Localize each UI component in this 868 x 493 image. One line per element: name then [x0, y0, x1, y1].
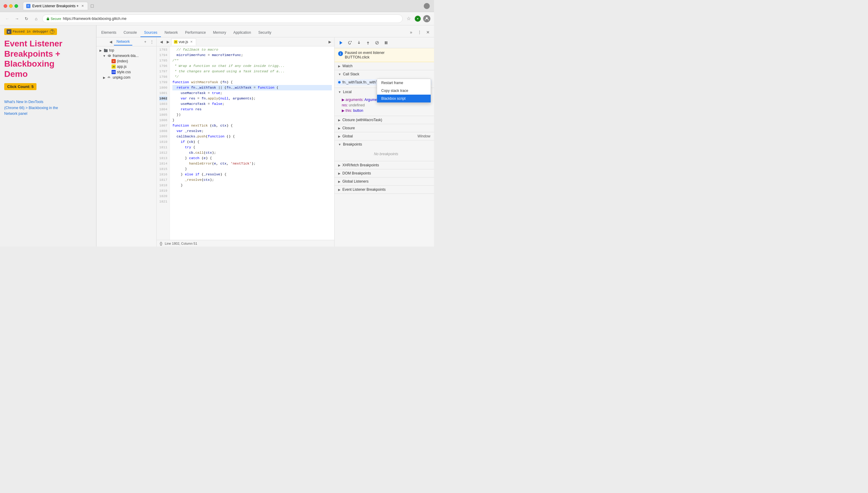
tab-memory[interactable]: Memory: [210, 29, 230, 37]
refresh-btn[interactable]: ↻: [23, 15, 30, 22]
forward-btn[interactable]: →: [13, 15, 21, 22]
file-tree-panel: ◀ Network + ⋮ ▶ top ▼ f: [96, 37, 157, 246]
tab-console[interactable]: Console: [120, 29, 140, 37]
addressbar: ← → ↻ ⌂ Secure https://framework-blackbo…: [0, 12, 434, 25]
breakpoints-arrow: ▼: [338, 143, 341, 146]
tab-performance[interactable]: Performance: [181, 29, 210, 37]
xhr-breakpoints-header[interactable]: ▶ XHR/fetch Breakpoints: [334, 161, 434, 169]
traffic-lights: [4, 4, 18, 8]
resume-btn[interactable]: [337, 39, 345, 47]
devtools-close-btn[interactable]: ✕: [425, 29, 432, 36]
resume-page-btn[interactable]: ▶: [7, 29, 12, 34]
breakpoints-content: No breakpoints: [334, 148, 434, 161]
page-link-2[interactable]: (Chrome 66) > Blackboxing in the: [4, 105, 92, 111]
global-listeners-arrow: ▶: [338, 180, 341, 183]
code-line-1816: } catch (e) {: [172, 155, 332, 161]
scope-res[interactable]: res: undefined: [342, 103, 430, 108]
vuejs-tab-icon: JS: [174, 40, 177, 44]
paused-info: Paused on event listener BUTTON.click: [345, 51, 385, 59]
code-editor: 1793179417951796 1797179817991800 180118…: [157, 46, 334, 240]
event-listener-header[interactable]: ▶ Event Listener Breakpoints: [334, 186, 434, 193]
tab-network[interactable]: Network: [161, 29, 181, 37]
global-header[interactable]: ▶ Global Window: [334, 132, 434, 140]
code-line-1813: if (cb) {: [172, 139, 332, 145]
step-into-btn[interactable]: [355, 39, 363, 47]
pause-on-exception-btn[interactable]: [382, 39, 390, 47]
tree-item-stylecss[interactable]: ▶ CSS style.css: [96, 69, 156, 75]
run-snippet-btn[interactable]: ▶: [326, 39, 333, 45]
tree-item-top[interactable]: ▶ top: [96, 48, 156, 53]
code-navigate-fwd-btn[interactable]: ▶: [165, 39, 171, 45]
code-statusbar: {} Line 1802, Column 51: [157, 240, 334, 246]
code-tab-vuejs[interactable]: JS vue.js ✕: [171, 38, 196, 45]
panel-add-btn[interactable]: +: [142, 39, 149, 45]
code-line-1815: cb.call(ctx);: [172, 150, 332, 155]
context-menu-restart-frame[interactable]: Restart frame: [377, 79, 431, 87]
profile-icon[interactable]: [424, 3, 430, 9]
devtools-tab-actions: » ⋮ ✕: [408, 29, 434, 37]
context-menu-copy-stack-trace[interactable]: Copy stack trace: [377, 87, 431, 94]
tab-close-btn[interactable]: ✕: [81, 4, 85, 8]
tab-sources[interactable]: Sources: [140, 29, 161, 37]
devtools-more-btn[interactable]: ⋮: [416, 29, 423, 36]
closure-with-header[interactable]: ▶ Closure (withMacroTask): [334, 116, 434, 124]
js-file-icon-app: JS: [111, 64, 116, 69]
cloud-folder-icon-unpkg: [107, 75, 111, 80]
tree-item-unpkg[interactable]: ▶ unpkg.com: [96, 75, 156, 80]
tab-application[interactable]: Application: [230, 29, 255, 37]
bookmark-btn[interactable]: ☆: [405, 15, 412, 22]
home-btn[interactable]: ⌂: [32, 15, 40, 22]
tree-item-appjs[interactable]: ▶ JS app.js: [96, 64, 156, 69]
dom-breakpoints-header[interactable]: ▶ DOM Breakpoints: [334, 169, 434, 177]
minimize-window-btn[interactable]: [9, 4, 13, 8]
code-line-1802: return fn._withTask || (fn._withTask = f…: [172, 85, 332, 90]
maximize-window-btn[interactable]: [15, 4, 18, 8]
step-out-btn[interactable]: [364, 39, 372, 47]
global-listeners-header[interactable]: ▶ Global Listeners: [334, 177, 434, 185]
code-tab-close-btn[interactable]: ✕: [189, 40, 194, 44]
address-field[interactable]: Secure https://framework-blackboxing.gli…: [42, 15, 403, 23]
svg-rect-10: [385, 41, 386, 44]
code-line-1820: _resolve(ctx);: [172, 177, 332, 183]
closure-header[interactable]: ▶ Closure: [334, 124, 434, 132]
tree-label-index: (index): [117, 59, 128, 63]
code-navigate-back-btn[interactable]: ◀: [158, 39, 165, 45]
active-browser-tab[interactable]: E Event Listener Breakpoints + ✕: [23, 2, 88, 10]
tree-item-framework[interactable]: ▼ framework-bla...: [96, 53, 156, 59]
breakpoints-header[interactable]: ▼ Breakpoints: [334, 141, 434, 148]
new-tab-btn[interactable]: □: [89, 2, 96, 9]
global-listeners-section: ▶ Global Listeners: [334, 177, 434, 186]
panel-prev-btn[interactable]: ◀: [107, 39, 114, 45]
code-line-1800: */: [172, 74, 332, 80]
close-window-btn[interactable]: [4, 4, 7, 8]
page-link-1[interactable]: What's New In DevTools: [4, 99, 92, 105]
devtools-panel: Elements Console Sources Network Perform…: [96, 25, 434, 246]
code-line-1806: return res: [172, 107, 332, 112]
tab-favicon: E: [26, 4, 30, 8]
info-icon: i: [338, 51, 343, 56]
closure-with-arrow: ▶: [338, 119, 341, 122]
xhr-breakpoints-section: ▶ XHR/fetch Breakpoints: [334, 161, 434, 169]
watch-section-header[interactable]: ▶ Watch: [334, 62, 434, 70]
more-tabs-btn[interactable]: »: [408, 29, 415, 36]
deactivate-breakpoints-btn[interactable]: [373, 39, 381, 47]
tree-item-index[interactable]: ▶ H (index): [96, 59, 156, 64]
call-stack-header[interactable]: ▼ Call Stack: [334, 70, 434, 78]
person-btn[interactable]: [423, 15, 430, 22]
back-btn[interactable]: ←: [4, 15, 11, 22]
page-link-3[interactable]: Network panel: [4, 111, 92, 116]
panel-tab-bar: ◀ Network + ⋮: [96, 37, 156, 46]
code-line-1794: microTimerFunc = macroTimerFunc;: [172, 52, 332, 58]
code-panel: ◀ ▶ JS vue.js ✕ ▶ 1793179417951796 17971…: [157, 37, 334, 246]
context-menu-blackbox-script[interactable]: Blackbox script: [377, 94, 431, 103]
global-label: Global: [342, 134, 353, 138]
panel-tab-network[interactable]: Network: [114, 38, 132, 45]
scope-this[interactable]: ▶ this: button: [342, 108, 430, 113]
step-over-btn[interactable]: [346, 39, 354, 47]
tab-elements[interactable]: Elements: [97, 29, 120, 37]
code-content: // fallback to macro microTimerFunc = ma…: [170, 46, 334, 240]
tab-security[interactable]: Security: [255, 29, 275, 37]
format-icon[interactable]: {}: [160, 241, 162, 245]
browser-tab-bar: E Event Listener Breakpoints + ✕ □: [23, 2, 96, 10]
panel-overflow-btn[interactable]: ⋮: [149, 39, 155, 45]
